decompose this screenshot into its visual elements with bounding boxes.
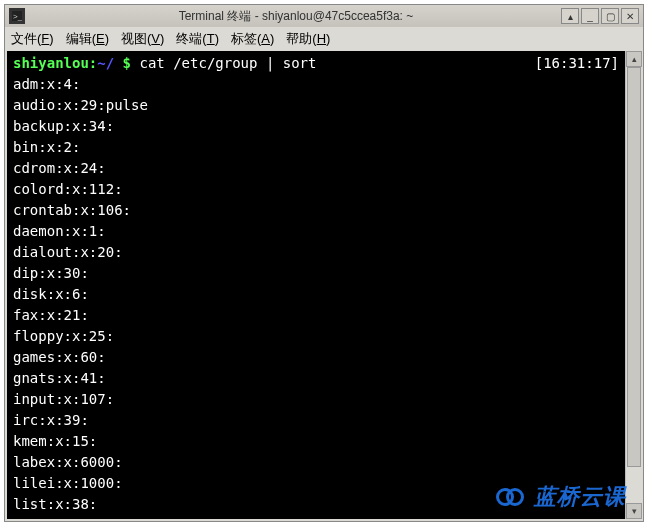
menu-terminal[interactable]: 终端(T) bbox=[176, 30, 219, 48]
titlebar[interactable]: >_ Terminal 终端 - shiyanlou@47c5ccea5f3a:… bbox=[5, 5, 643, 27]
output-line: labex:x:6000: bbox=[13, 452, 619, 473]
watermark-text: 蓝桥云课 bbox=[534, 482, 626, 512]
output-line: adm:x:4: bbox=[13, 74, 619, 95]
prompt-symbol: $ bbox=[114, 53, 139, 74]
output-line: backup:x:34: bbox=[13, 116, 619, 137]
output-line: lp:x:7: bbox=[13, 515, 619, 519]
prompt-user: shiyanlou: bbox=[13, 53, 97, 74]
terminal-window: >_ Terminal 终端 - shiyanlou@47c5ccea5f3a:… bbox=[4, 4, 644, 522]
output-line: colord:x:112: bbox=[13, 179, 619, 200]
terminal-icon: >_ bbox=[9, 8, 25, 24]
prompt-line: shiyanlou:~/ $ cat /etc/group | sort[16:… bbox=[13, 53, 619, 74]
menu-edit[interactable]: 编辑(E) bbox=[66, 30, 109, 48]
watermark: 蓝桥云课 bbox=[496, 482, 626, 512]
prompt-clock: [16:31:17] bbox=[535, 53, 619, 74]
window-title: Terminal 终端 - shiyanlou@47c5ccea5f3a: ~ bbox=[31, 8, 561, 25]
menu-file[interactable]: 文件(F) bbox=[11, 30, 54, 48]
terminal-content[interactable]: shiyanlou:~/ $ cat /etc/group | sort[16:… bbox=[7, 51, 625, 519]
scroll-down-button[interactable]: ▾ bbox=[626, 503, 642, 519]
output-line: irc:x:39: bbox=[13, 410, 619, 431]
maximize-button[interactable]: ▢ bbox=[601, 8, 619, 24]
minimize-button[interactable]: _ bbox=[581, 8, 599, 24]
menu-help[interactable]: 帮助(H) bbox=[286, 30, 330, 48]
rollup-button[interactable]: ▴ bbox=[561, 8, 579, 24]
terminal-output: adm:x:4:audio:x:29:pulsebackup:x:34:bin:… bbox=[13, 74, 619, 519]
output-line: dialout:x:20: bbox=[13, 242, 619, 263]
menu-view[interactable]: 视图(V) bbox=[121, 30, 164, 48]
prompt-path: ~/ bbox=[97, 53, 114, 74]
output-line: dip:x:30: bbox=[13, 263, 619, 284]
svg-text:>_: >_ bbox=[13, 12, 22, 21]
scroll-thumb[interactable] bbox=[627, 67, 641, 467]
output-line: kmem:x:15: bbox=[13, 431, 619, 452]
output-line: bin:x:2: bbox=[13, 137, 619, 158]
close-button[interactable]: ✕ bbox=[621, 8, 639, 24]
output-line: cdrom:x:24: bbox=[13, 158, 619, 179]
output-line: daemon:x:1: bbox=[13, 221, 619, 242]
output-line: disk:x:6: bbox=[13, 284, 619, 305]
scroll-up-button[interactable]: ▴ bbox=[626, 51, 642, 67]
watermark-logo-icon bbox=[496, 487, 528, 507]
terminal-area: shiyanlou:~/ $ cat /etc/group | sort[16:… bbox=[5, 51, 643, 521]
output-line: input:x:107: bbox=[13, 389, 619, 410]
menu-tabs[interactable]: 标签(A) bbox=[231, 30, 274, 48]
prompt-command: cat /etc/group | sort bbox=[139, 53, 534, 74]
output-line: crontab:x:106: bbox=[13, 200, 619, 221]
output-line: fax:x:21: bbox=[13, 305, 619, 326]
scrollbar[interactable]: ▴ ▾ bbox=[625, 51, 641, 519]
output-line: floppy:x:25: bbox=[13, 326, 619, 347]
output-line: audio:x:29:pulse bbox=[13, 95, 619, 116]
menubar: 文件(F) 编辑(E) 视图(V) 终端(T) 标签(A) 帮助(H) bbox=[5, 27, 643, 51]
output-line: gnats:x:41: bbox=[13, 368, 619, 389]
window-controls: ▴ _ ▢ ✕ bbox=[561, 8, 639, 24]
output-line: games:x:60: bbox=[13, 347, 619, 368]
